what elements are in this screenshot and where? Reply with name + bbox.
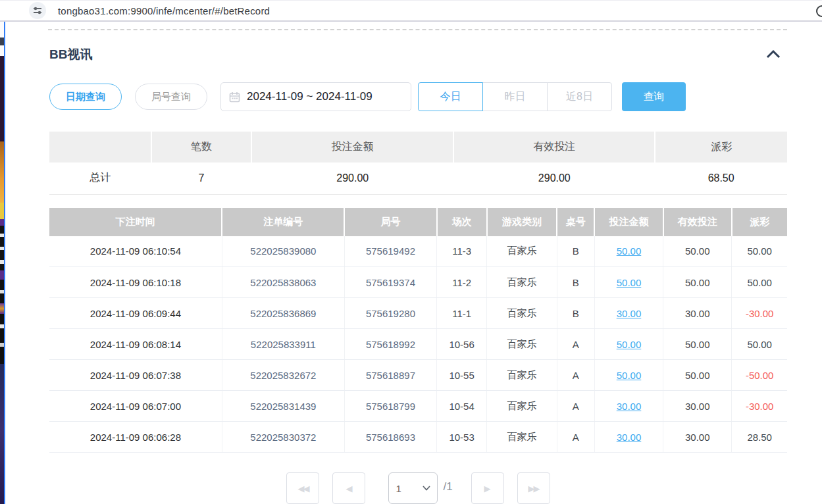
cell-game: 百家乐 [487, 360, 557, 391]
table-row: 2024-11-09 06:07:00522025831439575618799… [49, 391, 787, 422]
cell-game: 百家乐 [487, 236, 557, 267]
cell-bet: 50.00 [594, 360, 663, 391]
cell-order: 522025833911 [222, 329, 344, 360]
left-arrow-icon: ◀ [346, 484, 352, 493]
cell-session: 10-53 [437, 422, 487, 453]
today-button[interactable]: 今日 [418, 82, 483, 111]
cell-valid: 30.00 [663, 391, 732, 422]
cell-bet: 50.00 [594, 267, 663, 298]
summary-header-2: 投注金额 [251, 132, 453, 163]
cell-order: 522025830372 [222, 422, 344, 453]
bet-amount-link[interactable]: 30.00 [617, 401, 642, 412]
cell-valid: 30.00 [663, 298, 732, 329]
cell-table_no: A [557, 329, 594, 360]
cell-table_no: B [557, 267, 594, 298]
date-range-input[interactable]: 2024-11-09 ~ 2024-11-09 [220, 82, 411, 111]
bet-amount-link[interactable]: 50.00 [617, 277, 642, 288]
url-text[interactable]: tongbao31.com:9900/infe/mcenter/#/betRec… [58, 5, 270, 16]
bet-amount-link[interactable]: 50.00 [617, 339, 642, 350]
cell-time: 2024-11-09 06:10:18 [49, 267, 222, 298]
cell-game: 百家乐 [487, 391, 557, 422]
table-row: 2024-11-09 06:07:38522025832672575618897… [49, 360, 787, 391]
bet-table-header-row: 下注时间注单编号局号场次游戏类别桌号投注金额有效投注派彩 [49, 208, 787, 236]
table-row: 2024-11-09 06:08:14522025833911575618992… [49, 329, 787, 360]
cell-valid: 50.00 [663, 267, 732, 298]
bet-amount-link[interactable]: 50.00 [617, 245, 642, 257]
table-row: 2024-11-09 06:10:54522025839080575619492… [49, 236, 787, 267]
yesterday-button[interactable]: 昨日 [482, 82, 548, 111]
first-page-button[interactable]: ◀◀ [286, 472, 319, 504]
summary-table: 笔数投注金额有效投注派彩 总计7290.00290.0068.50 [49, 132, 787, 195]
summary-total-value-1: 7 [151, 163, 251, 194]
cell-session: 10-55 [437, 360, 487, 391]
summary-header-3: 有效投注 [453, 132, 655, 163]
cell-valid: 50.00 [663, 329, 732, 360]
summary-header-row: 笔数投注金额有效投注派彩 [49, 132, 787, 163]
cell-bet: 30.00 [594, 391, 663, 422]
pagination: ◀◀ ◀ 1 /1 ▶ ▶▶ [49, 472, 787, 504]
cell-bet: 50.00 [594, 329, 663, 360]
cell-order: 522025838063 [222, 267, 344, 298]
cell-bet: 30.00 [594, 422, 663, 453]
table-row: 2024-11-09 06:09:44522025836869575619280… [49, 298, 787, 329]
dashed-divider [48, 29, 787, 30]
search-button[interactable]: 查询 [622, 82, 686, 111]
bet-col-header-0: 下注时间 [49, 208, 222, 236]
next-page-button[interactable]: ▶ [471, 472, 504, 504]
cell-round: 575618693 [344, 422, 436, 453]
browser-partial-icon[interactable] [816, 5, 822, 17]
summary-total-value-4: 68.50 [655, 163, 787, 194]
bet-col-header-1: 注单编号 [222, 208, 344, 236]
cell-game: 百家乐 [487, 267, 557, 298]
site-permissions-icon[interactable] [29, 2, 46, 19]
cell-time: 2024-11-09 06:07:38 [49, 360, 222, 391]
cell-round: 575618992 [344, 329, 436, 360]
cell-payout: -30.00 [732, 298, 787, 329]
cell-game: 百家乐 [487, 422, 557, 453]
bet-col-header-7: 有效投注 [663, 208, 732, 236]
cell-game: 百家乐 [487, 298, 557, 329]
cell-round: 575619492 [344, 236, 436, 267]
bet-col-header-5: 桌号 [557, 208, 594, 236]
filter-bar: 日期查询 局号查询 2024-11-09 ~ 2024-11-09 [49, 82, 787, 111]
cell-round: 575618799 [344, 391, 436, 422]
last-page-button[interactable]: ▶▶ [517, 472, 550, 504]
prev-page-button[interactable]: ◀ [332, 472, 365, 504]
cell-valid: 50.00 [663, 360, 732, 391]
cell-session: 10-54 [437, 391, 487, 422]
page-select[interactable]: 1 [388, 472, 438, 504]
last8days-button[interactable]: 近8日 [547, 82, 612, 111]
cell-time: 2024-11-09 06:09:44 [49, 298, 222, 329]
cell-round: 575619280 [344, 298, 436, 329]
cell-valid: 30.00 [663, 422, 732, 453]
bet-amount-link[interactable]: 30.00 [617, 308, 642, 319]
bet-col-header-3: 场次 [437, 208, 487, 236]
page-select-value: 1 [396, 483, 401, 494]
summary-total-value-3: 290.00 [453, 163, 655, 194]
date-query-tab[interactable]: 日期查询 [49, 84, 122, 110]
bet-amount-link[interactable]: 50.00 [617, 370, 642, 381]
cell-payout: 50.00 [732, 329, 787, 360]
cell-table_no: A [557, 360, 594, 391]
browser-address-bar[interactable]: tongbao31.com:9900/infe/mcenter/#/betRec… [0, 0, 822, 22]
cell-time: 2024-11-09 06:06:28 [49, 422, 222, 453]
cell-session: 11-3 [437, 236, 487, 267]
cell-order: 522025831439 [222, 391, 344, 422]
chevron-up-icon[interactable] [765, 49, 782, 61]
summary-total-row: 总计7290.00290.0068.50 [49, 163, 787, 194]
cell-payout: 28.50 [732, 422, 787, 453]
cell-session: 10-56 [437, 329, 487, 360]
bet-amount-link[interactable]: 30.00 [617, 432, 642, 443]
double-left-arrow-icon: ◀◀ [297, 484, 308, 493]
right-arrow-icon: ▶ [484, 484, 491, 493]
round-query-tab[interactable]: 局号查询 [135, 84, 207, 110]
bet-col-header-6: 投注金额 [594, 208, 663, 236]
section-header: BB视讯 [49, 46, 787, 63]
summary-header-4: 派彩 [655, 132, 787, 163]
cell-payout: -50.00 [732, 360, 787, 391]
cell-order: 522025832672 [222, 360, 344, 391]
summary-header-1: 笔数 [151, 132, 251, 163]
cell-session: 11-2 [437, 267, 487, 298]
calendar-icon [229, 91, 240, 103]
cell-session: 11-1 [437, 298, 487, 329]
